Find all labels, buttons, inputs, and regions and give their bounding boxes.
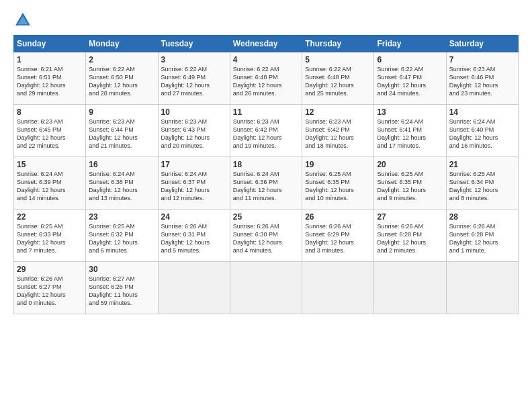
day-number: 30 (89, 265, 154, 274)
table-row: 23Sunrise: 6:25 AM Sunset: 6:32 PM Dayli… (86, 210, 158, 262)
table-row: 11Sunrise: 6:23 AM Sunset: 6:42 PM Dayli… (230, 105, 302, 157)
table-row: 10Sunrise: 6:23 AM Sunset: 6:43 PM Dayli… (158, 105, 230, 157)
day-detail: Sunrise: 6:26 AM Sunset: 6:28 PM Dayligh… (377, 222, 443, 255)
day-detail: Sunrise: 6:25 AM Sunset: 6:32 PM Dayligh… (89, 222, 154, 255)
col-header-tuesday: Tuesday (158, 36, 230, 52)
calendar-table: SundayMondayTuesdayWednesdayThursdayFrid… (13, 35, 519, 314)
day-detail: Sunrise: 6:23 AM Sunset: 6:42 PM Dayligh… (305, 118, 371, 150)
day-number: 12 (305, 107, 371, 117)
logo (13, 11, 35, 30)
day-detail: Sunrise: 6:25 AM Sunset: 6:35 PM Dayligh… (305, 170, 371, 203)
day-number: 13 (377, 107, 443, 117)
day-number: 26 (305, 212, 371, 222)
day-detail: Sunrise: 6:23 AM Sunset: 6:46 PM Dayligh… (449, 65, 515, 98)
day-detail: Sunrise: 6:22 AM Sunset: 6:48 PM Dayligh… (233, 65, 299, 98)
day-number: 10 (161, 107, 227, 117)
day-number: 5 (305, 55, 371, 64)
table-row: 26Sunrise: 6:26 AM Sunset: 6:29 PM Dayli… (302, 210, 374, 262)
day-number: 18 (233, 160, 299, 169)
day-detail: Sunrise: 6:24 AM Sunset: 6:36 PM Dayligh… (233, 170, 299, 203)
day-detail: Sunrise: 6:23 AM Sunset: 6:44 PM Dayligh… (89, 118, 154, 150)
table-row: 30Sunrise: 6:27 AM Sunset: 6:26 PM Dayli… (86, 262, 158, 314)
day-detail: Sunrise: 6:22 AM Sunset: 6:48 PM Dayligh… (305, 65, 371, 98)
day-number: 1 (17, 55, 83, 64)
day-number: 25 (233, 212, 299, 222)
table-row: 5Sunrise: 6:22 AM Sunset: 6:48 PM Daylig… (302, 52, 374, 105)
table-row (374, 262, 446, 314)
table-row: 3Sunrise: 6:22 AM Sunset: 6:49 PM Daylig… (158, 52, 230, 105)
day-number: 3 (161, 55, 227, 64)
table-row: 4Sunrise: 6:22 AM Sunset: 6:48 PM Daylig… (230, 52, 302, 105)
table-row: 7Sunrise: 6:23 AM Sunset: 6:46 PM Daylig… (446, 52, 518, 105)
table-row: 18Sunrise: 6:24 AM Sunset: 6:36 PM Dayli… (230, 157, 302, 210)
table-row: 9Sunrise: 6:23 AM Sunset: 6:44 PM Daylig… (86, 105, 158, 157)
table-row: 1Sunrise: 6:21 AM Sunset: 6:51 PM Daylig… (14, 52, 86, 105)
day-number: 29 (17, 265, 83, 274)
day-detail: Sunrise: 6:21 AM Sunset: 6:51 PM Dayligh… (17, 65, 83, 98)
day-number: 16 (89, 160, 154, 169)
table-row: 24Sunrise: 6:26 AM Sunset: 6:31 PM Dayli… (158, 210, 230, 262)
day-number: 4 (233, 55, 299, 64)
calendar-week-row: 15Sunrise: 6:24 AM Sunset: 6:39 PM Dayli… (14, 157, 519, 210)
day-detail: Sunrise: 6:25 AM Sunset: 6:35 PM Dayligh… (377, 170, 443, 203)
table-row: 20Sunrise: 6:25 AM Sunset: 6:35 PM Dayli… (374, 157, 446, 210)
calendar-week-row: 8Sunrise: 6:23 AM Sunset: 6:45 PM Daylig… (14, 105, 519, 157)
table-row: 14Sunrise: 6:24 AM Sunset: 6:40 PM Dayli… (446, 105, 518, 157)
calendar-week-row: 1Sunrise: 6:21 AM Sunset: 6:51 PM Daylig… (14, 52, 519, 105)
table-row: 17Sunrise: 6:24 AM Sunset: 6:37 PM Dayli… (158, 157, 230, 210)
table-header-row: SundayMondayTuesdayWednesdayThursdayFrid… (14, 36, 519, 52)
day-detail: Sunrise: 6:22 AM Sunset: 6:49 PM Dayligh… (161, 65, 227, 98)
day-detail: Sunrise: 6:25 AM Sunset: 6:33 PM Dayligh… (17, 222, 83, 255)
col-header-friday: Friday (374, 36, 446, 52)
day-number: 11 (233, 107, 299, 117)
day-detail: Sunrise: 6:24 AM Sunset: 6:38 PM Dayligh… (89, 170, 154, 203)
table-row: 2Sunrise: 6:22 AM Sunset: 6:50 PM Daylig… (86, 52, 158, 105)
day-number: 6 (377, 55, 443, 64)
day-detail: Sunrise: 6:23 AM Sunset: 6:43 PM Dayligh… (161, 118, 227, 150)
day-detail: Sunrise: 6:26 AM Sunset: 6:31 PM Dayligh… (161, 222, 227, 255)
table-row: 8Sunrise: 6:23 AM Sunset: 6:45 PM Daylig… (14, 105, 86, 157)
table-row: 13Sunrise: 6:24 AM Sunset: 6:41 PM Dayli… (374, 105, 446, 157)
day-detail: Sunrise: 6:24 AM Sunset: 6:40 PM Dayligh… (449, 118, 515, 150)
calendar-week-row: 22Sunrise: 6:25 AM Sunset: 6:33 PM Dayli… (14, 210, 519, 262)
table-row: 12Sunrise: 6:23 AM Sunset: 6:42 PM Dayli… (302, 105, 374, 157)
day-detail: Sunrise: 6:26 AM Sunset: 6:29 PM Dayligh… (305, 222, 371, 255)
day-detail: Sunrise: 6:23 AM Sunset: 6:45 PM Dayligh… (17, 118, 83, 150)
day-detail: Sunrise: 6:24 AM Sunset: 6:37 PM Dayligh… (161, 170, 227, 203)
day-number: 14 (449, 107, 515, 117)
day-number: 17 (161, 160, 227, 169)
day-detail: Sunrise: 6:22 AM Sunset: 6:50 PM Dayligh… (89, 65, 154, 98)
day-number: 23 (89, 212, 154, 222)
table-row: 16Sunrise: 6:24 AM Sunset: 6:38 PM Dayli… (86, 157, 158, 210)
day-number: 24 (161, 212, 227, 222)
day-number: 22 (17, 212, 83, 222)
col-header-monday: Monday (86, 36, 158, 52)
day-number: 21 (449, 160, 515, 169)
day-number: 7 (449, 55, 515, 64)
table-row: 28Sunrise: 6:26 AM Sunset: 6:28 PM Dayli… (446, 210, 518, 262)
day-number: 2 (89, 55, 154, 64)
day-detail: Sunrise: 6:24 AM Sunset: 6:39 PM Dayligh… (17, 170, 83, 203)
day-number: 19 (305, 160, 371, 169)
table-row (302, 262, 374, 314)
table-row: 21Sunrise: 6:25 AM Sunset: 6:34 PM Dayli… (446, 157, 518, 210)
col-header-sunday: Sunday (14, 36, 86, 52)
table-row (446, 262, 518, 314)
day-number: 15 (17, 160, 83, 169)
day-number: 8 (17, 107, 83, 117)
logo-icon (13, 11, 32, 30)
day-number: 9 (89, 107, 154, 117)
day-detail: Sunrise: 6:26 AM Sunset: 6:28 PM Dayligh… (449, 222, 515, 255)
table-row: 19Sunrise: 6:25 AM Sunset: 6:35 PM Dayli… (302, 157, 374, 210)
col-header-wednesday: Wednesday (230, 36, 302, 52)
table-row: 27Sunrise: 6:26 AM Sunset: 6:28 PM Dayli… (374, 210, 446, 262)
day-detail: Sunrise: 6:24 AM Sunset: 6:41 PM Dayligh… (377, 118, 443, 150)
calendar-week-row: 29Sunrise: 6:26 AM Sunset: 6:27 PM Dayli… (14, 262, 519, 314)
header-row (13, 11, 519, 30)
col-header-thursday: Thursday (302, 36, 374, 52)
day-detail: Sunrise: 6:23 AM Sunset: 6:42 PM Dayligh… (233, 118, 299, 150)
day-number: 28 (449, 212, 515, 222)
day-detail: Sunrise: 6:27 AM Sunset: 6:26 PM Dayligh… (89, 275, 154, 308)
table-row: 6Sunrise: 6:22 AM Sunset: 6:47 PM Daylig… (374, 52, 446, 105)
day-detail: Sunrise: 6:26 AM Sunset: 6:27 PM Dayligh… (17, 275, 83, 308)
